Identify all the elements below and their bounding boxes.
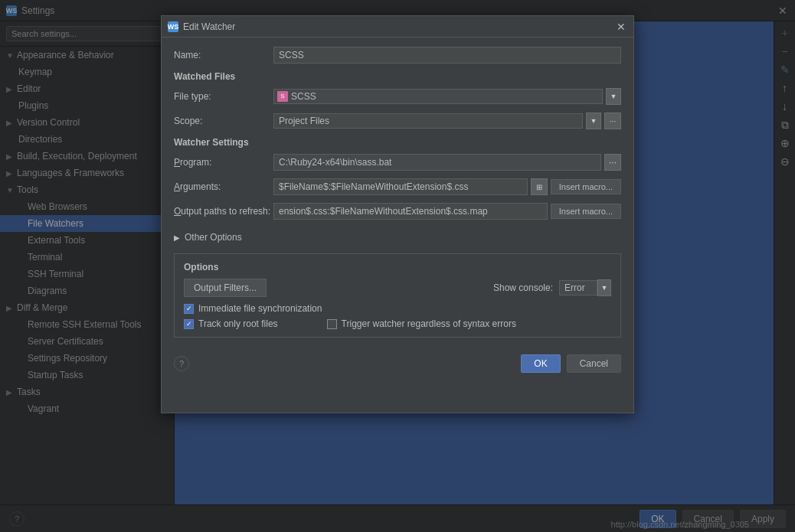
track-root-row: ✓ Track only root files <box>184 318 278 329</box>
track-root-checkbox[interactable]: ✓ <box>184 319 194 329</box>
program-row: Program: ··· <box>174 154 621 171</box>
arguments-row: Arguments: ⊞ Insert macro... <box>174 178 621 195</box>
trigger-watcher-label: Trigger watcher regardless of syntax err… <box>342 318 516 329</box>
program-label: Program: <box>174 157 273 168</box>
dialog-cancel-button[interactable]: Cancel <box>567 354 621 373</box>
other-options-triangle: ▶ <box>174 233 180 242</box>
name-label-text: Name: <box>174 50 201 60</box>
file-type-dropdown-arrow[interactable]: ▼ <box>606 88 621 105</box>
scope-select-wrapper: Project Files ▼ ··· <box>273 113 621 129</box>
console-dropdown: Error ▼ <box>559 279 611 296</box>
file-type-value: SCSS <box>291 91 599 102</box>
output-filters-button[interactable]: Output Filters... <box>184 279 267 297</box>
options-left: Output Filters... <box>184 279 267 297</box>
arguments-input[interactable] <box>273 178 528 195</box>
dialog-app-icon: WS <box>168 21 178 32</box>
file-type-label: File type: <box>174 91 273 102</box>
modal-overlay: WS Edit Watcher ✕ Name: Watched Files Fi… <box>0 0 795 532</box>
dialog-title-bar: WS Edit Watcher ✕ <box>162 16 633 38</box>
name-row: Name: <box>174 47 621 64</box>
other-options-label: Other Options <box>185 232 242 243</box>
console-dropdown-arrow[interactable]: ▼ <box>597 279 611 296</box>
dialog-ok-button[interactable]: OK <box>521 354 560 373</box>
options-section: Options Output Filters... Show console: … <box>174 253 621 338</box>
program-input[interactable] <box>273 154 601 171</box>
scope-row: Scope: Project Files ▼ ··· <box>174 113 621 129</box>
name-label: Name: <box>174 50 273 60</box>
bottom-checkboxes: ✓ Track only root files Trigger watcher … <box>184 318 611 329</box>
arguments-macro-icon[interactable]: ⊞ <box>531 178 548 195</box>
options-label: Options <box>184 262 611 273</box>
scss-file-icon: S <box>277 91 288 102</box>
watcher-settings-header: Watcher Settings <box>174 137 621 148</box>
dialog-close-button[interactable]: ✕ <box>615 21 627 33</box>
dialog-title: Edit Watcher <box>183 21 615 32</box>
dialog-body: Name: Watched Files File type: S SCSS ▼ <box>162 38 633 347</box>
scope-label: Scope: <box>174 116 273 126</box>
file-type-row: File type: S SCSS ▼ <box>174 88 621 105</box>
console-value: Error <box>559 280 597 295</box>
watched-files-header: Watched Files <box>174 71 621 82</box>
arguments-insert-macro-button[interactable]: Insert macro... <box>551 179 621 194</box>
output-paths-label: Output paths to refresh: <box>174 206 273 217</box>
file-type-select-wrapper: S SCSS ▼ <box>273 88 621 105</box>
scope-more-button[interactable]: ··· <box>604 113 621 129</box>
name-input[interactable] <box>273 47 621 64</box>
arguments-label: Arguments: <box>174 181 273 192</box>
scope-dropdown-arrow[interactable]: ▼ <box>586 113 601 129</box>
track-root-label: Track only root files <box>198 318 278 329</box>
trigger-watcher-row: Trigger watcher regardless of syntax err… <box>327 318 516 329</box>
program-browse-button[interactable]: ··· <box>604 154 621 171</box>
output-insert-macro-button[interactable]: Insert macro... <box>551 204 621 219</box>
immediate-sync-checkbox[interactable]: ✓ <box>184 304 194 314</box>
options-right: Show console: Error ▼ <box>493 279 611 296</box>
trigger-watcher-checkbox[interactable] <box>327 319 337 329</box>
arguments-input-wrapper: ⊞ Insert macro... <box>273 178 621 195</box>
show-console-label: Show console: <box>493 282 553 293</box>
output-paths-input-wrapper: Insert macro... <box>273 203 621 220</box>
dialog-help-button[interactable]: ? <box>174 356 189 371</box>
immediate-sync-row: ✓ Immediate file synchronization <box>184 303 611 314</box>
other-options-row[interactable]: ▶ Other Options <box>174 227 621 247</box>
output-paths-row: Output paths to refresh: Insert macro... <box>174 203 621 220</box>
immediate-sync-label: Immediate file synchronization <box>198 303 322 314</box>
dialog-footer: ? OK Cancel <box>162 347 633 382</box>
options-main-row: Output Filters... Show console: Error ▼ <box>184 279 611 297</box>
scope-value: Project Files <box>279 116 577 126</box>
program-input-wrapper: ··· <box>273 154 621 171</box>
edit-watcher-dialog: WS Edit Watcher ✕ Name: Watched Files Fi… <box>161 15 634 413</box>
output-paths-input[interactable] <box>273 203 548 220</box>
